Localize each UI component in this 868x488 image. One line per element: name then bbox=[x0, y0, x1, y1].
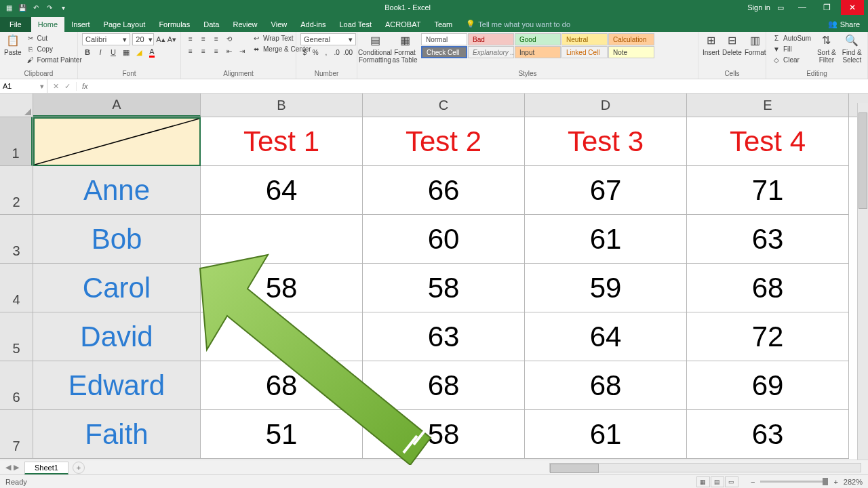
find-select-button[interactable]: 🔍Find & Select bbox=[841, 33, 863, 64]
style-explanatory[interactable]: Explanatory ... bbox=[468, 46, 514, 58]
cell-C2[interactable]: 66 bbox=[363, 166, 525, 215]
signin-link[interactable]: Sign in bbox=[747, 3, 770, 12]
cell-A7[interactable]: Faith bbox=[33, 410, 201, 459]
tab-home[interactable]: Home bbox=[31, 17, 64, 32]
format-painter-button[interactable]: 🖌Format Painter bbox=[24, 55, 83, 64]
tab-acrobat[interactable]: ACROBAT bbox=[378, 17, 427, 32]
cell-D4[interactable]: 59 bbox=[525, 264, 687, 312]
tab-team[interactable]: Team bbox=[427, 17, 459, 32]
zoom-slider[interactable] bbox=[760, 481, 828, 483]
name-box[interactable]: A1▾ bbox=[0, 79, 47, 93]
save-icon[interactable]: 💾 bbox=[18, 3, 27, 12]
row-header-4[interactable]: 4 bbox=[0, 264, 33, 312]
cell-D6[interactable]: 68 bbox=[525, 361, 687, 410]
fill-color-button[interactable]: ◢ bbox=[134, 47, 144, 58]
cell-B5[interactable]: 61 bbox=[201, 312, 363, 361]
delete-cells-button[interactable]: ⊟Delete bbox=[722, 33, 742, 56]
view-break-button[interactable]: ▭ bbox=[725, 476, 738, 487]
indent-dec-button[interactable]: ⇤ bbox=[224, 45, 235, 56]
row-header-6[interactable]: 6 bbox=[0, 361, 33, 410]
row-header-7[interactable]: 7 bbox=[0, 410, 33, 459]
tab-review[interactable]: Review bbox=[226, 17, 264, 32]
align-top-button[interactable]: ≡ bbox=[185, 33, 196, 44]
cell-C4[interactable]: 58 bbox=[363, 264, 525, 312]
cell-C5[interactable]: 63 bbox=[363, 312, 525, 361]
align-center-button[interactable]: ≡ bbox=[198, 45, 209, 56]
cell-C3[interactable]: 60 bbox=[363, 215, 525, 264]
dec-decimal-button[interactable]: .00 bbox=[343, 47, 353, 58]
tab-page-layout[interactable]: Page Layout bbox=[97, 17, 153, 32]
cell-E1[interactable]: Test 4 bbox=[687, 117, 849, 166]
align-left-button[interactable]: ≡ bbox=[185, 45, 196, 56]
row-header-2[interactable]: 2 bbox=[0, 166, 33, 215]
font-name-select[interactable]: Calibri▾ bbox=[82, 33, 130, 45]
cell-B4[interactable]: 58 bbox=[201, 264, 363, 312]
copy-button[interactable]: ⎘Copy bbox=[24, 44, 83, 54]
row-header-1[interactable]: 1 bbox=[0, 117, 33, 166]
cell-B1[interactable]: Test 1 bbox=[201, 117, 363, 166]
align-right-button[interactable]: ≡ bbox=[211, 45, 222, 56]
cell-A6[interactable]: Edward bbox=[33, 361, 201, 410]
redo-icon[interactable]: ↷ bbox=[45, 3, 54, 12]
cell-E4[interactable]: 68 bbox=[687, 264, 849, 312]
inc-decimal-button[interactable]: .0 bbox=[332, 47, 341, 58]
font-size-select[interactable]: 20▾ bbox=[132, 33, 154, 45]
tab-insert[interactable]: Insert bbox=[64, 17, 97, 32]
cell-D7[interactable]: 61 bbox=[525, 410, 687, 459]
sheet-nav-prev-icon[interactable]: ◀ bbox=[5, 463, 11, 472]
cell-D1[interactable]: Test 3 bbox=[525, 117, 687, 166]
autosum-button[interactable]: ΣAutoSum bbox=[770, 33, 812, 43]
cut-button[interactable]: ✂Cut bbox=[24, 33, 83, 43]
underline-button[interactable]: U bbox=[108, 47, 119, 58]
comma-button[interactable]: , bbox=[322, 47, 331, 58]
sort-filter-button[interactable]: ⇅Sort & Filter bbox=[815, 33, 837, 64]
cell-A4[interactable]: Carol bbox=[33, 264, 201, 312]
tab-view[interactable]: View bbox=[264, 17, 294, 32]
cell-A5[interactable]: David bbox=[33, 312, 201, 361]
cell-C1[interactable]: Test 2 bbox=[363, 117, 525, 166]
orientation-button[interactable]: ⟲ bbox=[224, 33, 235, 44]
vertical-scrollbar[interactable] bbox=[857, 103, 868, 460]
tab-formulas[interactable]: Formulas bbox=[152, 17, 197, 32]
view-normal-button[interactable]: ▦ bbox=[696, 476, 710, 487]
col-header-A[interactable]: A bbox=[33, 94, 201, 117]
cell-E5[interactable]: 72 bbox=[687, 312, 849, 361]
grow-font-button[interactable]: A▴ bbox=[156, 34, 165, 45]
cell-D5[interactable]: 64 bbox=[525, 312, 687, 361]
col-header-E[interactable]: E bbox=[687, 94, 849, 117]
align-bottom-button[interactable]: ≡ bbox=[211, 33, 222, 44]
cell-C6[interactable]: 68 bbox=[363, 361, 525, 410]
undo-icon[interactable]: ↶ bbox=[31, 3, 41, 12]
percent-button[interactable]: % bbox=[311, 47, 320, 58]
cell-E3[interactable]: 63 bbox=[687, 215, 849, 264]
italic-button[interactable]: I bbox=[95, 47, 106, 58]
tab-loadtest[interactable]: Load Test bbox=[333, 17, 379, 32]
cell-B2[interactable]: 64 bbox=[201, 166, 363, 215]
view-layout-button[interactable]: ▤ bbox=[711, 476, 724, 487]
indent-inc-button[interactable]: ⇥ bbox=[237, 45, 248, 56]
style-bad[interactable]: Bad bbox=[468, 33, 514, 45]
qat-dropdown-icon[interactable]: ▾ bbox=[58, 3, 68, 12]
style-linked-cell[interactable]: Linked Cell bbox=[561, 46, 608, 58]
col-header-D[interactable]: D bbox=[525, 94, 687, 117]
cell-D2[interactable]: 67 bbox=[525, 166, 687, 215]
clear-button[interactable]: ◇Clear bbox=[770, 55, 812, 64]
cancel-formula-icon[interactable]: ✕ bbox=[53, 82, 59, 91]
format-as-table-button[interactable]: ▦Format as Table bbox=[391, 33, 418, 64]
enter-formula-icon[interactable]: ✓ bbox=[64, 82, 71, 91]
col-header-C[interactable]: C bbox=[363, 94, 525, 117]
row-header-5[interactable]: 5 bbox=[0, 312, 33, 361]
cell-E7[interactable]: 63 bbox=[687, 410, 849, 459]
cell-B6[interactable]: 68 bbox=[201, 361, 363, 410]
border-button[interactable]: ▦ bbox=[121, 47, 132, 58]
close-button[interactable]: ✕ bbox=[841, 0, 864, 15]
row-header-3[interactable]: 3 bbox=[0, 215, 33, 264]
horizontal-scrollbar[interactable] bbox=[549, 463, 861, 472]
zoom-in-button[interactable]: + bbox=[833, 478, 837, 486]
cell-B3[interactable] bbox=[201, 215, 363, 264]
style-calculation[interactable]: Calculation bbox=[608, 33, 654, 45]
insert-cells-button[interactable]: ⊞Insert bbox=[703, 33, 719, 56]
tab-data[interactable]: Data bbox=[197, 17, 226, 32]
fx-icon[interactable]: fx bbox=[77, 82, 94, 90]
conditional-formatting-button[interactable]: ▤Conditional Formatting bbox=[361, 33, 389, 64]
